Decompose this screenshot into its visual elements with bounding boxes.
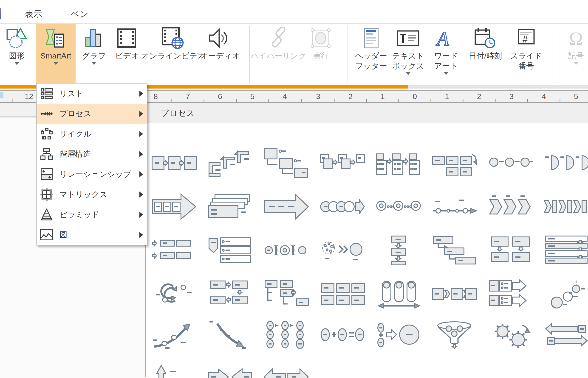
- picture-icon: [40, 229, 54, 241]
- smartart-thumbnail-boxChevrons[interactable]: [430, 277, 478, 311]
- ribbon-button-label: ワードアート: [434, 51, 458, 71]
- menu-item-label: ピラミッド: [59, 209, 100, 220]
- smartart-thumbnail-ringsRow[interactable]: [374, 189, 422, 224]
- smartart-thumbnail-gridArrows[interactable]: [486, 233, 534, 268]
- ribbon-button-label: オーディオ: [200, 51, 240, 61]
- dropdown-arrow-icon: [444, 72, 448, 75]
- pyramid-icon: [40, 208, 54, 221]
- smartart-thumbnail-circleDiag[interactable]: [542, 277, 588, 311]
- menu-item-matrix[interactable]: マトリックス: [37, 184, 147, 205]
- ribbon-button-video[interactable]: ビデオ: [114, 24, 140, 85]
- menu-item-pyramid[interactable]: ピラミッド: [37, 205, 147, 225]
- smartart-thumbnail-plusCircle[interactable]: [374, 317, 422, 352]
- ribbon-button-smartart[interactable]: SmartArt: [36, 24, 76, 85]
- menu-item-picture[interactable]: 図: [37, 225, 147, 245]
- ribbon-button-chart[interactable]: グラフ: [80, 24, 107, 85]
- smartart-thumbnail-chevrons[interactable]: [486, 189, 534, 224]
- svg-text:Ω: Ω: [569, 28, 583, 49]
- ribbon-button-label: スライド番号: [510, 51, 542, 71]
- menu-item-cycle[interactable]: サイクル: [37, 124, 147, 144]
- submenu-arrow-icon: [139, 151, 143, 157]
- ribbon-button-audio[interactable]: オーディオ: [201, 24, 240, 85]
- smartart-thumbnail-bigArrow[interactable]: [262, 189, 310, 224]
- menu-tab-view[interactable]: 表示: [25, 8, 42, 20]
- smartart-thumbnail-boxesDown[interactable]: [206, 277, 254, 311]
- shapes-icon: [6, 26, 28, 50]
- symbol-icon: Ω: [566, 26, 586, 50]
- window-edge-decoration: [0, 8, 1, 19]
- slide-number-icon: #: [516, 26, 537, 50]
- smartart-thumbnail-vlistChevron[interactable]: [206, 233, 254, 268]
- ribbon-button-date-time[interactable]: 日付/時刻: [465, 24, 506, 85]
- smartart-thumbnail-diverge[interactable]: [262, 360, 310, 378]
- svg-text:#: #: [523, 34, 528, 44]
- insert-ribbon: 図形SmartArtグラフビデオオンラインビデオオーディオハイパーリンク実行ヘッ…: [0, 24, 588, 85]
- ribbon-button-symbol: Ω記号: [562, 24, 588, 85]
- smartart-thumbnail-grid6[interactable]: [318, 277, 366, 311]
- ribbon-button-label: テキストボックス: [392, 51, 424, 71]
- dropdown-arrow-icon: [14, 62, 19, 65]
- smartart-thumbnail-converge[interactable]: [206, 360, 254, 378]
- smartart-thumbnail-layers[interactable]: [206, 189, 254, 224]
- ribbon-button-shapes[interactable]: 図形: [2, 24, 31, 85]
- smartart-thumbnail-halfMoons[interactable]: [542, 146, 588, 180]
- smartart-thumbnail-funnel[interactable]: [430, 317, 478, 352]
- ribbon-button-word-art[interactable]: Aワードアート: [431, 24, 461, 85]
- menu-item-label: プロセス: [59, 108, 91, 119]
- smartart-thumbnail-dustCircle[interactable]: [318, 233, 366, 268]
- smartart-thumbnail-pairList[interactable]: [374, 146, 422, 180]
- smartart-thumbnail-swooshDown[interactable]: [206, 317, 254, 352]
- smartart-thumbnail-swirl[interactable]: [150, 277, 198, 311]
- smartart-thumbnail-descend[interactable]: [262, 146, 310, 180]
- ribbon-button-online-video[interactable]: オンラインビデオ: [145, 24, 202, 85]
- hyperlink-icon: [267, 26, 289, 50]
- menu-item-relationship[interactable]: リレーションシップ: [37, 164, 147, 184]
- submenu-arrow-icon: [139, 212, 143, 218]
- ruler-number: 0: [413, 92, 417, 101]
- ruler-number: 12: [25, 92, 33, 101]
- smartart-thumbnail-parenCircles[interactable]: [262, 233, 310, 268]
- menu-item-hierarchy[interactable]: 階層構造: [37, 144, 147, 164]
- menu-tab-pen[interactable]: ペン: [71, 8, 88, 20]
- ribbon-button-header-footer[interactable]: ヘッダーフッター: [355, 24, 387, 85]
- smartart-thumbnail-altBoxes[interactable]: [318, 146, 366, 180]
- submenu-arrow-icon: [139, 131, 143, 137]
- smartart-thumbnail-opposeArrows[interactable]: [542, 317, 588, 352]
- smartart-thumbnail-swooshUp[interactable]: [150, 317, 198, 352]
- smartart-thumbnail-chainArrow[interactable]: [318, 189, 366, 224]
- menu-item-process[interactable]: プロセス: [37, 104, 147, 124]
- smartart-thumbnail-stepUp[interactable]: [206, 146, 254, 180]
- ribbon-button-text-box[interactable]: テキストボックス: [392, 24, 424, 85]
- submenu-arrow-icon: [139, 91, 143, 96]
- smartart-thumbnail-boxDownArrow[interactable]: [430, 233, 478, 268]
- smartart-thumbnail-capsules[interactable]: [374, 277, 422, 311]
- smartart-thumbnail-stripedRows[interactable]: [542, 233, 588, 268]
- ribbon-button-label: 図形: [9, 51, 25, 61]
- smartart-thumbnail-arrowBoxes[interactable]: [150, 189, 198, 224]
- smartart-thumbnail-circleDash[interactable]: [486, 146, 534, 180]
- menu-item-label: 階層構造: [59, 149, 91, 159]
- smartart-thumbnail-arrowBars[interactable]: [150, 233, 198, 268]
- menu-item-label: サイクル: [59, 129, 91, 139]
- hierarchy-icon: [40, 148, 54, 160]
- smartart-thumbnail-ellipseGrid[interactable]: [262, 317, 310, 352]
- smartart-thumbnail-circBend[interactable]: [430, 146, 478, 180]
- ruler-indent-marker[interactable]: [0, 92, 3, 98]
- ribbon-button-slide-number[interactable]: #スライド番号: [510, 24, 542, 85]
- smartart-thumbnail-chevBars[interactable]: [542, 189, 588, 224]
- smartart-thumbnail-updown[interactable]: [150, 360, 198, 378]
- smartart-thumbnail-boxListArrow[interactable]: [486, 277, 534, 311]
- smartart-thumbnail-vstackArrows[interactable]: [374, 233, 422, 268]
- smartart-thumbnail-equation[interactable]: [318, 317, 366, 352]
- smartart-thumbnail-boxes3[interactable]: [150, 146, 198, 180]
- smartart-thumbnail-gears[interactable]: [486, 317, 534, 352]
- ruler-tick: [204, 99, 204, 102]
- ribbon-button-label: SmartArt: [41, 51, 71, 61]
- smartart-thumbnail-treeRight[interactable]: [262, 277, 310, 311]
- ruler-tick: [366, 99, 367, 102]
- list-icon: [40, 88, 54, 100]
- menu-item-list[interactable]: リスト: [37, 83, 147, 104]
- smartart-thumbnail-timeline[interactable]: [430, 189, 478, 224]
- submenu-arrow-icon: [139, 232, 143, 238]
- action-icon: [310, 26, 333, 50]
